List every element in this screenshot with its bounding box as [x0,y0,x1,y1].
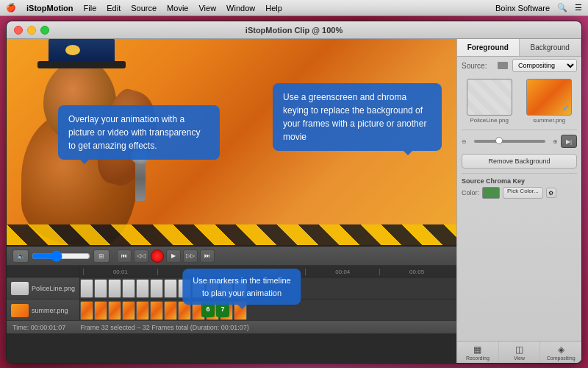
remove-background-label: Remove Background [488,158,550,165]
thumb-summer-label: summer.png [533,117,565,124]
pick-color-button[interactable]: Pick Color... [503,187,543,199]
hat-brim [37,61,126,68]
ruler-mark-04: 00:04 [305,269,379,275]
thumb-police[interactable] [467,79,512,116]
chroma-color-swatch[interactable] [482,187,500,199]
play-button[interactable]: ▶ [166,250,181,263]
traffic-lights [14,26,49,35]
menu-window[interactable]: Window [226,4,255,13]
track-labels: PoliceLine.png summer.png [7,266,80,320]
frame-summer-3 [108,301,121,320]
remove-background-button[interactable]: Remove Background [462,154,577,169]
frame-info: Frame 32 selected – 32 Frames total (Dur… [80,324,249,331]
tab-recording[interactable]: ▦ Recording [457,342,499,363]
right-panel: Foreground Background Source: Compositin… [456,39,581,363]
fit-icon[interactable]: ⊞ [93,250,110,263]
slider-btn[interactable]: ▶| [561,135,577,148]
menu-source[interactable]: Source [131,4,157,13]
thumb-checkmark: ✓ [562,103,570,113]
menu-icon[interactable]: ☰ [575,3,582,13]
color-label: Color: [462,189,479,197]
forward-frame-button[interactable]: ▷▷ [183,250,198,263]
time-display: Time: 00:00:01:07 [12,324,65,331]
close-button[interactable] [14,26,23,35]
hat-crown [49,39,115,63]
thumbnail-area: PoliceLine.png ✓ summer.png [457,74,581,128]
frame-police-5 [136,279,149,298]
menu-movie[interactable]: Movie [167,4,188,13]
menu-file[interactable]: File [84,4,97,13]
thumb-summer-container: ✓ summer.png [522,79,578,124]
track-label-summer[interactable]: summer.png [7,300,79,320]
tab-background[interactable]: Background [520,39,582,56]
frame-police-2 [94,279,107,298]
tab-foreground[interactable]: Foreground [457,39,520,56]
volume-slider[interactable] [32,250,90,262]
frame-summer-2 [94,301,107,320]
thumb-police-label: PoliceLine.png [470,117,509,124]
frame-summer-4 [122,301,135,320]
canvas-area: Overlay your animation with a picture or… [7,39,456,363]
source-row: Source: Compositing [457,57,581,74]
divider-1 [462,130,577,130]
view-label: View [514,355,525,361]
window-title: iStopMotion Clip @ 100% [245,26,343,35]
panel-bottom-tabs: ▦ Recording ◫ View ◈ Compositing [457,341,581,363]
title-bar: iStopMotion Clip @ 100% [7,21,581,39]
apple-menu[interactable]: 🍎 [6,3,16,13]
content-area: Overlay your animation with a picture or… [7,39,581,363]
ruler-mark-01: 00:01 [83,269,157,275]
elk-mic [135,157,146,201]
chroma-options-button[interactable]: ⚙ [546,188,556,198]
divider-2 [462,173,577,174]
caution-stripe [7,224,456,245]
menu-edit[interactable]: Edit [107,4,121,13]
rewind-frame-button[interactable]: ◁◁ [134,250,148,263]
timeline-controls: 🔈 ⊞ ⏮ ◁◁ ▶ ▷▷ ⏭ [7,247,456,266]
opacity-slider-thumb[interactable] [495,137,503,144]
track-label-police[interactable]: PoliceLine.png [7,277,79,300]
timeline-content[interactable]: 00:01 00:02 00:03 00:04 00:05 [80,266,456,320]
track-row-summer: 6 7 Use markers in the timelineto plan y… [80,300,456,320]
frame-summer-7 [164,301,177,320]
boinx-label: Boinx Software [495,4,550,13]
tab-compositing[interactable]: ◈ Compositing [540,342,581,363]
forward-to-end-button[interactable]: ⏭ [200,250,215,263]
volume-icon[interactable]: 🔈 [12,250,29,263]
greenscreen-tooltip-text: Use a greenscreen and chroma keying to r… [283,92,426,142]
record-button[interactable] [151,250,164,263]
overlay-tooltip: Overlay your animation with a picture or… [58,105,220,160]
recording-label: Recording [466,355,490,361]
rewind-to-start-button[interactable]: ⏮ [117,250,132,263]
police-hat [37,39,126,68]
ruler-mark-05: 00:05 [379,269,453,275]
view-icon: ◫ [515,344,523,355]
frame-police-4 [122,279,135,298]
menu-view[interactable]: View [198,4,216,13]
hat-badge [65,45,80,55]
video-preview: Overlay your animation with a picture or… [7,39,456,245]
color-picker-row: Color: Pick Color... ⚙ [462,187,577,199]
tab-view[interactable]: ◫ View [499,342,541,363]
recording-icon: ▦ [473,344,481,355]
thumb-summer[interactable]: ✓ [526,79,572,116]
overlay-tooltip-text: Overlay your animation with a picture or… [68,114,200,151]
frame-police-7 [164,279,177,298]
app-name[interactable]: iStopMotion [26,4,74,13]
panel-tabs: Foreground Background [457,39,581,57]
chroma-title: Source Chroma Key [462,177,577,185]
marker-tooltip: Use markers in the timelineto plan your … [182,269,301,305]
frame-summer-6 [150,301,163,320]
transport-controls: ⏮ ◁◁ ▶ ▷▷ ⏭ [117,250,215,263]
menu-help[interactable]: Help [265,4,282,13]
search-icon[interactable]: 🔍 [557,3,567,13]
minimize-button[interactable] [27,26,36,35]
compositing-label: Compositing [547,355,576,361]
source-select[interactable]: Compositing [512,59,577,72]
chroma-section: Source Chroma Key Color: Pick Color... ⚙ [457,175,581,201]
main-window: iStopMotion Clip @ 100% [6,21,582,364]
source-label: Source: [462,62,495,70]
maximize-button[interactable] [40,26,49,35]
marker-tooltip-text: Use markers in the timelineto plan your … [193,276,290,297]
menu-bar: 🍎 iStopMotion File Edit Source Movie Vie… [0,0,588,16]
